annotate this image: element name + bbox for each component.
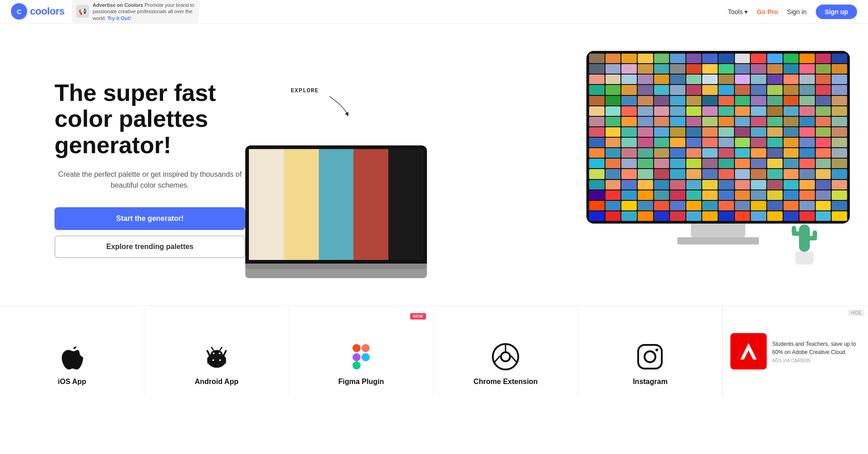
svg-rect-24 — [638, 345, 662, 369]
svg-point-9 — [213, 353, 214, 354]
chevron-down-icon: ▾ — [744, 8, 748, 15]
instagram-icon — [636, 343, 664, 370]
laptop — [245, 145, 427, 278]
cactus-arm-right — [809, 236, 817, 240]
ad-text: Advertise on Coolors Promote your brand … — [93, 2, 194, 21]
hero-title: The super fast color palettes generator! — [55, 80, 245, 158]
monitor-screen — [586, 51, 850, 224]
navbar: C coolors 📢 Advertise on Coolors Promote… — [0, 0, 868, 24]
monitor-stand — [691, 224, 745, 237]
ad-link[interactable]: Try it Out! — [107, 15, 131, 21]
apple-icon — [59, 343, 86, 370]
monitor — [586, 51, 850, 242]
chrome-extension-card[interactable]: Chrome Extension — [434, 306, 578, 397]
laptop-screen — [245, 145, 427, 264]
signup-button[interactable]: Sign up — [816, 5, 857, 19]
hero-left: The super fast color palettes generator!… — [55, 80, 245, 258]
svg-text:C: C — [17, 8, 21, 15]
laptop-base — [245, 269, 427, 278]
svg-rect-13 — [352, 344, 361, 352]
svg-rect-14 — [362, 344, 370, 352]
instagram-label: Instagram — [633, 378, 667, 386]
svg-point-8 — [211, 350, 223, 359]
figma-plugin-card[interactable]: NEW Figma Plugin — [289, 306, 433, 397]
android-app-label: Android App — [195, 378, 238, 386]
signin-button[interactable]: Sign in — [787, 8, 807, 15]
svg-line-23 — [511, 356, 517, 363]
svg-line-12 — [220, 347, 222, 350]
svg-rect-16 — [352, 361, 361, 369]
navbar-right: Tools ▾ Go Pro Sign in Sign up — [728, 5, 858, 19]
svg-point-25 — [645, 351, 655, 362]
hero-right: EXPLORE MAKE A PALETTE — [245, 51, 832, 287]
logo-icon: C — [11, 3, 27, 20]
svg-line-4 — [207, 351, 210, 356]
ios-app-card[interactable]: iOS App — [0, 306, 144, 397]
svg-point-26 — [655, 349, 658, 351]
tools-button[interactable]: Tools ▾ — [728, 8, 748, 15]
monitor-base — [677, 237, 759, 244]
logo-wordmark: coolors — [30, 5, 64, 17]
chrome-extension-label: Chrome Extension — [474, 378, 538, 386]
ios-app-label: iOS App — [58, 378, 86, 386]
hero-section: The super fast color palettes generator!… — [0, 24, 868, 305]
svg-point-20 — [502, 353, 509, 360]
hide-button[interactable]: HIDE — [848, 309, 864, 316]
explore-annotation: EXPLORE — [291, 87, 319, 94]
android-app-card[interactable]: Android App — [144, 306, 289, 397]
start-generator-button[interactable]: Start the generator! — [55, 207, 245, 230]
navbar-left: C coolors 📢 Advertise on Coolors Promote… — [11, 0, 199, 23]
svg-point-6 — [212, 359, 214, 361]
cactus — [791, 225, 818, 264]
cactus-body — [799, 225, 810, 252]
ad-banner[interactable]: 📢 Advertise on Coolors Promote your bran… — [72, 0, 199, 23]
svg-line-5 — [223, 351, 226, 356]
svg-rect-3 — [207, 358, 226, 364]
svg-point-7 — [219, 359, 221, 361]
svg-rect-15 — [352, 353, 361, 361]
new-badge-red: NEW — [410, 313, 426, 319]
svg-line-22 — [494, 356, 500, 363]
svg-line-11 — [212, 347, 213, 350]
figma-plugin-label: Figma Plugin — [338, 378, 384, 386]
cactus-pot — [795, 252, 813, 264]
adobe-icon — [730, 333, 767, 369]
hero-subtitle: Create the perfect palette or get inspir… — [55, 169, 245, 191]
laptop-hinge — [245, 264, 427, 269]
svg-rect-27 — [735, 338, 762, 365]
chrome-icon — [492, 343, 519, 370]
explore-arrow — [325, 92, 352, 119]
ad-panel: Students and Teachers, save up to 60% on… — [723, 306, 868, 397]
explore-palettes-button[interactable]: Explore trending palettes — [55, 235, 245, 258]
logo[interactable]: C coolors — [11, 3, 64, 20]
figma-icon — [347, 343, 375, 370]
ad-icon: 📢 — [76, 5, 89, 18]
ad-panel-text: Students and Teachers, save up to 60% on… — [772, 340, 861, 363]
android-icon — [203, 343, 230, 370]
svg-point-10 — [218, 353, 220, 354]
instagram-card[interactable]: Instagram — [578, 306, 723, 397]
svg-point-17 — [362, 353, 370, 361]
bottom-section: iOS App Android App NEW — [0, 305, 868, 397]
cactus-arm-left — [792, 231, 800, 236]
gopro-button[interactable]: Go Pro — [757, 8, 778, 15]
